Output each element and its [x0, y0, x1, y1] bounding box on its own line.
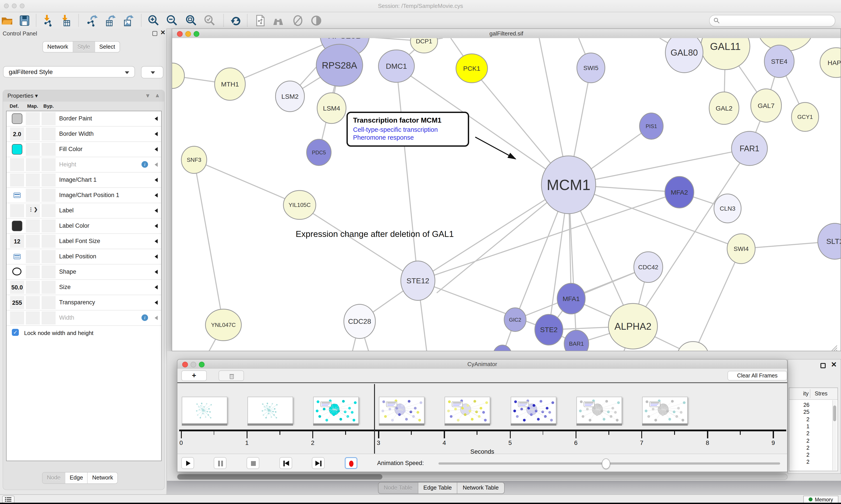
property-cell[interactable] — [42, 281, 56, 294]
float-panel-icon[interactable] — [153, 31, 157, 36]
property-cell[interactable] — [42, 311, 56, 324]
property-cell[interactable] — [26, 158, 40, 171]
network-window-titlebar[interactable]: galFiltered.sif — [172, 29, 841, 38]
keyframe-thumbnail-1s[interactable] — [247, 397, 293, 424]
zoom-out-button[interactable] — [166, 15, 178, 27]
properties-header[interactable]: Properties ▾ ⩔ ⩓ — [3, 90, 164, 102]
expand-property-icon[interactable] — [155, 270, 158, 274]
property-row-shape[interactable]: Shape — [6, 265, 161, 280]
expand-property-icon[interactable] — [155, 162, 158, 167]
zoom-in-button[interactable] — [148, 15, 160, 27]
network-node-dcp1[interactable]: DCP1 — [410, 38, 437, 53]
property-row-label-color[interactable]: Label Color — [6, 218, 161, 234]
network-node-pck1[interactable]: PCK1 — [456, 54, 487, 83]
property-cell[interactable] — [42, 158, 56, 171]
import-network-button[interactable] — [42, 15, 54, 27]
property-cell[interactable] — [26, 250, 40, 263]
property-cell[interactable] — [26, 127, 40, 141]
show-panel-button[interactable] — [310, 15, 322, 27]
float-panel-icon[interactable] — [820, 363, 826, 368]
network-node-gic2[interactable]: GIC2 — [504, 308, 526, 331]
property-cell[interactable] — [26, 235, 40, 248]
annotation-box[interactable]: Transcription factor MCM1 Cell-type-spec… — [346, 112, 469, 147]
property-cell[interactable] — [42, 112, 56, 125]
property-cell[interactable] — [42, 235, 56, 248]
collapse-all-icon[interactable]: ⩓ — [156, 92, 159, 99]
property-cell[interactable] — [10, 158, 24, 171]
column-header[interactable]: Stres — [815, 391, 827, 397]
network-node-ste2[interactable]: STE2 — [535, 314, 563, 345]
property-row-image-chart-position-1[interactable]: Image/Chart Position 1 — [6, 188, 161, 203]
network-node-swi4[interactable]: SWI4 — [727, 234, 755, 264]
property-row-image-chart-1[interactable]: Image/Chart 1 — [6, 173, 161, 188]
property-cell[interactable] — [26, 143, 40, 156]
style-options-button[interactable] — [141, 66, 163, 78]
property-row-size[interactable]: 50.0Size — [6, 280, 161, 295]
export-table-button[interactable] — [104, 15, 116, 27]
keyframe-thumbnail-3s[interactable] — [379, 397, 425, 424]
zoom-fit-button[interactable] — [185, 15, 198, 27]
table-cell[interactable]: 2 — [792, 452, 809, 458]
property-cell[interactable]: ⋮❯ — [26, 204, 40, 217]
network-node-gal80[interactable]: GAL80 — [665, 38, 703, 73]
expand-property-icon[interactable] — [155, 209, 158, 213]
skip-to-end-button[interactable] — [312, 457, 325, 469]
property-cell[interactable] — [42, 174, 56, 186]
property-cell[interactable] — [26, 112, 40, 125]
close-panel-icon[interactable]: ✕ — [160, 29, 165, 36]
network-node-far1[interactable]: FAR1 — [732, 131, 767, 165]
network-canvas[interactable]: RPS28BDCP1RPS28ADMC1PCK1MTH1LSM2LSM4SNF3… — [172, 38, 841, 351]
property-cell[interactable] — [10, 143, 24, 156]
network-node-ste4[interactable]: STE4 — [764, 45, 794, 77]
property-cell[interactable] — [26, 219, 40, 233]
network-node[interactable] — [493, 345, 512, 351]
property-row-width[interactable]: Widthi — [6, 310, 161, 326]
animation-timeline[interactable]: Seconds 0123456789 — [177, 383, 787, 454]
property-cell[interactable] — [42, 189, 56, 202]
horizontal-scrollbar[interactable] — [177, 474, 788, 480]
property-cell[interactable] — [10, 112, 24, 125]
property-cell[interactable] — [26, 281, 40, 294]
property-row-fill-color[interactable]: Fill Color — [6, 142, 161, 157]
clear-all-frames-button[interactable]: Clear All Frames — [728, 371, 787, 380]
property-cell[interactable] — [26, 265, 40, 278]
annotation-link[interactable]: Pheromone response — [353, 134, 463, 141]
tab-node-table[interactable]: Node Table — [378, 483, 418, 493]
table-cell[interactable]: 2 — [792, 430, 809, 436]
animation-speed-slider-thumb[interactable] — [602, 458, 610, 469]
network-node-gal2[interactable]: GAL2 — [709, 92, 739, 124]
search-input[interactable] — [709, 15, 835, 27]
network-node-lsm2[interactable]: LSM2 — [275, 81, 304, 112]
expand-property-icon[interactable] — [155, 193, 158, 197]
property-cell[interactable]: 255 — [10, 296, 24, 309]
expand-all-icon[interactable]: ⩔ — [146, 92, 149, 99]
hide-panel-button[interactable] — [292, 15, 304, 27]
expand-property-icon[interactable] — [155, 116, 158, 121]
expand-property-icon[interactable] — [155, 239, 158, 244]
network-node-cdc28[interactable]: CDC28 — [344, 304, 375, 339]
tab-style[interactable]: Style — [73, 41, 95, 52]
expand-property-icon[interactable] — [155, 147, 158, 151]
network-node-gal11[interactable]: GAL11 — [701, 38, 750, 70]
network-file-button[interactable] — [254, 15, 266, 27]
expand-property-icon[interactable] — [155, 224, 158, 228]
node-table[interactable]: ity Stres 26252122222 — [789, 388, 838, 471]
keyframe-thumbnail-2s[interactable] — [313, 397, 359, 424]
export-network-button[interactable] — [86, 15, 98, 27]
network-node-lsm4[interactable]: LSM4 — [317, 93, 346, 124]
table-scrollbar[interactable] — [832, 400, 837, 470]
property-cell[interactable]: 12 — [10, 235, 24, 248]
expand-property-icon[interactable] — [155, 132, 158, 136]
lock-checkbox[interactable]: ✓ — [12, 329, 19, 336]
close-panel-icon[interactable]: ✕ — [831, 360, 837, 369]
network-node-cln3[interactable]: CLN3 — [714, 194, 741, 223]
table-cell[interactable]: 2 — [792, 438, 809, 444]
property-cell[interactable]: 50.0 — [10, 281, 24, 294]
network-node-gcy1[interactable]: GCY1 — [791, 103, 819, 131]
record-button[interactable] — [345, 457, 357, 469]
expand-property-icon[interactable] — [155, 254, 158, 259]
network-node-snf3[interactable]: SNF3 — [181, 146, 207, 174]
refresh-layout-button[interactable] — [230, 15, 242, 27]
table-cell[interactable]: 2 — [792, 416, 809, 422]
property-cell[interactable] — [10, 219, 24, 233]
